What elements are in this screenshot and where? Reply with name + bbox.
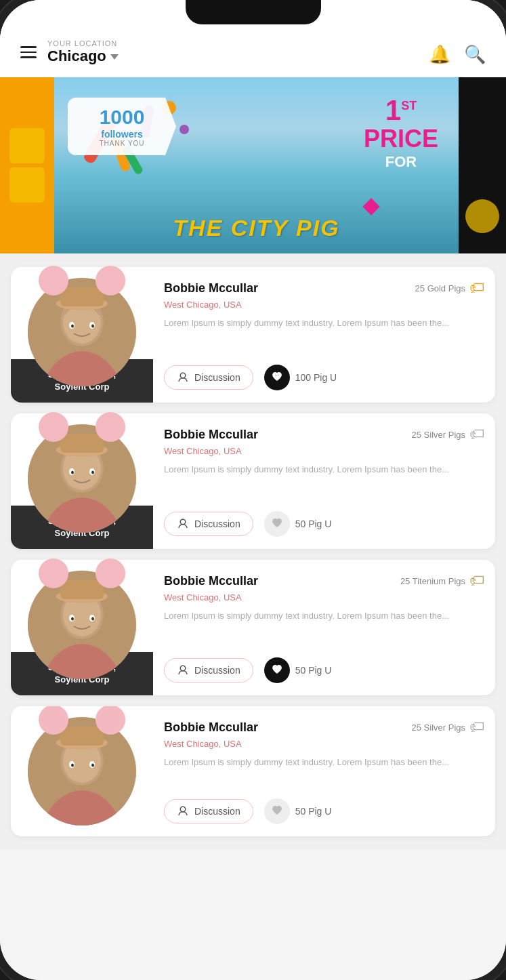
pig-tag-icon-3: 🏷 bbox=[469, 572, 484, 590]
card-actions-4: Discussion 50 Pig U bbox=[164, 798, 484, 824]
card-top-row-1: Bobbie Mccullar 25 Gold Pigs 🏷 bbox=[164, 279, 484, 297]
header-left: YOUR LOCATION Chicago bbox=[20, 39, 119, 65]
pig-ear-left-4 bbox=[39, 706, 68, 735]
discussion-button-3[interactable]: Discussion bbox=[164, 658, 253, 682]
cards-list: Senior Manager,Soylent Corp Bobbie Mccul… bbox=[0, 253, 506, 850]
phone-frame: YOUR LOCATION Chicago 🔔 🔍 bbox=[0, 0, 506, 980]
banner-tab-2 bbox=[9, 167, 45, 203]
pig-u-3: 50 Pig U bbox=[295, 665, 332, 676]
bell-icon[interactable]: 🔔 bbox=[429, 44, 450, 65]
city-name: Chicago bbox=[47, 47, 106, 65]
banner-side-left bbox=[0, 77, 54, 253]
chevron-down-icon[interactable] bbox=[110, 54, 119, 60]
avatar-container-3 bbox=[28, 571, 136, 679]
followers-number: 1000 bbox=[83, 106, 161, 129]
discussion-button-1[interactable]: Discussion bbox=[164, 365, 253, 390]
pig-ear-right-4 bbox=[96, 706, 125, 735]
card-content-2: Bobbie Mccullar 25 Silver Pigs 🏷 West Ch… bbox=[153, 413, 495, 549]
card-excerpt-4: Lorem Ipsum is simply dummy text industr… bbox=[164, 756, 484, 770]
card-name-4: Bobbie Mccullar bbox=[164, 720, 258, 735]
pig-heart-icon-4 bbox=[264, 798, 290, 824]
svg-point-6 bbox=[91, 325, 94, 328]
price-text: 1ST PRICE FOR bbox=[364, 96, 438, 171]
card-top-row-2: Bobbie Mccullar 25 Silver Pigs 🏷 bbox=[164, 426, 484, 443]
your-location-label: YOUR LOCATION bbox=[47, 39, 119, 47]
pig-ears-4 bbox=[28, 706, 136, 735]
svg-point-32 bbox=[91, 617, 94, 621]
svg-point-13 bbox=[277, 374, 279, 376]
pig-ear-right-1 bbox=[96, 266, 125, 295]
pig-ear-left-2 bbox=[39, 412, 68, 442]
card-excerpt-2: Lorem Ipsum is simply dummy text industr… bbox=[164, 463, 484, 477]
svg-point-36 bbox=[274, 668, 277, 670]
card-avatar-section-3: Senior Manager,Soylent Corp bbox=[11, 560, 153, 695]
followers-thanks: THANK YOU bbox=[83, 140, 161, 147]
svg-point-20 bbox=[91, 471, 94, 474]
price-for: FOR bbox=[364, 153, 438, 171]
card-pigs-1: 25 Gold Pigs 🏷 bbox=[415, 279, 484, 297]
pig-ears-2 bbox=[28, 412, 136, 442]
card-top-row-4: Bobbie Mccullar 25 Silver Pigs 🏷 bbox=[164, 718, 484, 736]
banner-tab-1 bbox=[9, 128, 45, 163]
pig-ear-right-2 bbox=[96, 412, 125, 442]
pigs-count-1: 25 Gold Pigs bbox=[415, 283, 465, 293]
card-avatar-section-2: Senior Manager,Soylent Corp bbox=[11, 413, 153, 549]
card-actions-2: Discussion 50 Pig U bbox=[164, 511, 484, 537]
city-row[interactable]: Chicago bbox=[47, 47, 119, 65]
card-location-2: West Chicago, USA bbox=[164, 446, 484, 456]
card-content-4: Bobbie Mccullar 25 Silver Pigs 🏷 West Ch… bbox=[153, 706, 495, 836]
pig-ear-left-3 bbox=[39, 558, 68, 588]
pig-heart-icon-1 bbox=[264, 365, 290, 390]
pig-heart-badge-1: 100 Pig U bbox=[264, 365, 337, 390]
phone-inner: YOUR LOCATION Chicago 🔔 🔍 bbox=[0, 0, 506, 980]
banner-section: 1000 followers THANK YOU 1ST PRICE FOR T… bbox=[0, 77, 506, 253]
followers-text: followers bbox=[83, 129, 161, 140]
discussion-button-4[interactable]: Discussion bbox=[164, 799, 253, 823]
pigs-count-3: 25 Titenium Pigs bbox=[400, 576, 465, 586]
menu-button[interactable] bbox=[20, 46, 37, 58]
svg-point-37 bbox=[277, 668, 280, 670]
deco-circle-purple bbox=[180, 125, 189, 134]
svg-point-9 bbox=[180, 373, 186, 378]
card-actions-1: Discussion bbox=[164, 365, 484, 390]
card-actions-3: Discussion 50 Pig U bbox=[164, 657, 484, 683]
pig-heart-icon-2 bbox=[264, 511, 290, 537]
svg-point-5 bbox=[71, 325, 74, 328]
price-label: PRICE bbox=[364, 125, 438, 153]
banner-main: 1000 followers THANK YOU 1ST PRICE FOR T… bbox=[54, 77, 459, 253]
followers-badge: 1000 followers THANK YOU bbox=[68, 98, 176, 155]
pig-heart-badge-2: 50 Pig U bbox=[264, 511, 332, 537]
search-icon[interactable]: 🔍 bbox=[464, 44, 486, 65]
card-name-3: Bobbie Mccullar bbox=[164, 574, 258, 588]
svg-point-43 bbox=[71, 764, 74, 767]
pig-u-2: 50 Pig U bbox=[295, 518, 332, 529]
pig-u-4: 50 Pig U bbox=[295, 806, 332, 817]
pig-u-1: 100 Pig U bbox=[295, 372, 337, 383]
discussion-button-2[interactable]: Discussion bbox=[164, 512, 253, 536]
location-block: YOUR LOCATION Chicago bbox=[47, 39, 119, 65]
card-location-4: West Chicago, USA bbox=[164, 739, 484, 749]
pig-ears-3 bbox=[28, 558, 136, 588]
avatar-container-2 bbox=[28, 424, 136, 533]
price-first: 1ST bbox=[364, 96, 438, 125]
pig-ear-right-3 bbox=[96, 558, 125, 588]
pigs-count-2: 25 Silver Pigs bbox=[412, 430, 465, 440]
svg-point-19 bbox=[71, 471, 74, 474]
avatar-container-4 bbox=[28, 717, 136, 825]
pig-tag-icon-2: 🏷 bbox=[469, 426, 484, 443]
svg-point-31 bbox=[71, 617, 74, 621]
user-card-4: Bobbie Mccullar 25 Silver Pigs 🏷 West Ch… bbox=[11, 706, 495, 836]
pig-ear-left-1 bbox=[39, 266, 68, 295]
card-excerpt-3: Lorem Ipsum is simply dummy text industr… bbox=[164, 609, 484, 624]
svg-point-25 bbox=[277, 521, 280, 523]
card-content-1: Bobbie Mccullar 25 Gold Pigs 🏷 West Chic… bbox=[153, 267, 495, 403]
card-content-3: Bobbie Mccullar 25 Titenium Pigs 🏷 West … bbox=[153, 560, 495, 695]
card-name-2: Bobbie Mccullar bbox=[164, 428, 258, 442]
user-card-3: Senior Manager,Soylent Corp Bobbie Mccul… bbox=[11, 560, 495, 695]
svg-point-44 bbox=[91, 764, 94, 767]
pig-heart-badge-4: 50 Pig U bbox=[264, 798, 332, 824]
pigs-count-4: 25 Silver Pigs bbox=[412, 722, 465, 733]
pig-heart-badge-3: 50 Pig U bbox=[264, 657, 332, 683]
card-pigs-4: 25 Silver Pigs 🏷 bbox=[412, 718, 484, 736]
card-avatar-section-1: Senior Manager,Soylent Corp bbox=[11, 267, 153, 403]
